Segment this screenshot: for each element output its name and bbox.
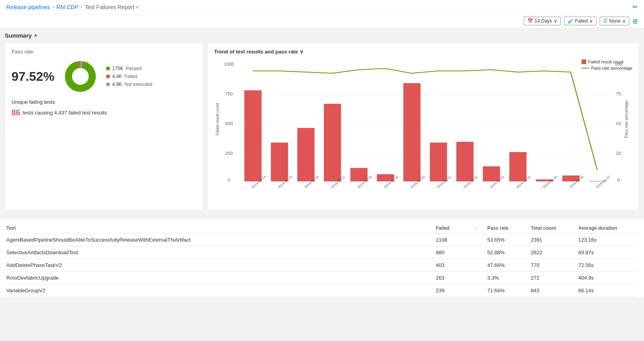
col-failed[interactable]: Failed [436, 225, 475, 231]
col-avg-dur: Average duration [578, 225, 638, 231]
summary-toggle-icon: ∧ [34, 33, 37, 38]
table-row[interactable]: SelectiveArtifactsDownloadTest 980 52.88… [6, 246, 638, 259]
breadcrumb-current-label: Test Failures Report [85, 4, 134, 10]
cell-avg-dur: 66.14s [578, 288, 638, 293]
chart-legend-line-icon [581, 68, 589, 69]
bar-8 [456, 142, 473, 181]
legend-not-executed: 4.9K Not executed [106, 82, 152, 87]
summary-header[interactable]: Summary ∧ [5, 32, 639, 39]
cell-pass-rate: 53.65% [487, 237, 531, 243]
chart-legend: Failed result count Pass rate percentage [581, 59, 633, 70]
summary-section: Summary ∧ Pass rate 97.52% [0, 28, 644, 219]
svg-text:Failed result count: Failed result count [215, 103, 220, 135]
svg-text:2019-05-25: 2019-05-25 [542, 175, 559, 189]
cell-avg-dur: 404.9s [578, 275, 638, 281]
not-exec-label: Not executed [124, 82, 152, 87]
cell-avg-dur: 72.56s [578, 262, 638, 268]
filter-beaker-icon: 🧪 [568, 18, 574, 24]
status-filter-label: Failed [575, 18, 588, 24]
summary-title: Summary [5, 32, 32, 39]
chart-title-chevron[interactable]: ∨ [300, 49, 304, 55]
failed-label: Failed [124, 74, 137, 79]
cell-pass-rate: 71.64% [487, 288, 531, 293]
cell-failed: 239 [436, 288, 475, 293]
failed-value: 4.4K [112, 74, 122, 79]
breadcrumb-dropdown-icon[interactable]: ∨ [136, 5, 139, 9]
failed-dot [106, 74, 110, 78]
svg-text:500: 500 [225, 122, 233, 126]
group-icon: ☰ [603, 18, 608, 24]
days-filter-label: 14 Days [535, 18, 552, 24]
col-pass-rate: Pass rate [487, 225, 531, 231]
col-total: Total count [531, 225, 578, 231]
chart-legend-bar-label: Failed result count [588, 59, 623, 64]
trend-chart-card: Trend of test results and pass rate ∨ Fa… [207, 43, 639, 210]
cell-sort-spacer [475, 288, 487, 293]
svg-text:50: 50 [616, 122, 621, 126]
col-sort-icon: ↓ [475, 225, 487, 231]
status-filter-button[interactable]: 🧪 Failed ∨ [564, 17, 597, 25]
status-filter-chevron: ∨ [589, 18, 593, 24]
unique-failing-title: Unique failing tests [11, 99, 196, 105]
bar-3 [324, 104, 341, 181]
bar-2 [297, 128, 314, 181]
svg-text:Pass rate percentage: Pass rate percentage [623, 101, 629, 138]
top-bar: Release pipelines › RM.CDP › Test Failur… [0, 0, 644, 14]
cell-test: AddDeletePhaseTaskV2 [6, 262, 436, 268]
cell-total: 770 [531, 262, 578, 268]
chart-legend-failed: Failed result count [581, 59, 633, 64]
cell-avg-dur: 69.87s [578, 250, 638, 255]
group-filter-button[interactable]: ☰ None ∨ [600, 17, 629, 25]
unique-failing-count: 86 tests causing 4,437 failed test resul… [11, 108, 196, 117]
svg-text:250: 250 [225, 151, 233, 156]
pass-rate-title: Pass rate [11, 49, 196, 55]
col-test: Test [6, 225, 436, 231]
calendar-icon: 📅 [527, 18, 533, 24]
cell-sort-spacer [475, 237, 487, 243]
edit-icon[interactable]: ✏ [633, 3, 638, 11]
table-row[interactable]: RmoDevfabricUpgrade 263 3.3% 272 404.9s [6, 272, 638, 284]
group-filter-chevron: ∨ [622, 18, 626, 24]
donut-legend: 175K Passed 4.4K Failed 4.9K Not execute… [106, 66, 152, 87]
cell-avg-dur: 123.16s [578, 237, 638, 243]
svg-text:0: 0 [228, 178, 230, 182]
days-filter-chevron: ∨ [554, 18, 557, 24]
unique-failing-card: Unique failing tests 86 tests causing 4,… [11, 99, 196, 117]
legend-passed: 175K Passed [106, 66, 152, 71]
cards-row: Pass rate 97.52% [5, 43, 639, 210]
group-filter-label: None [609, 18, 621, 24]
table-row[interactable]: AddDeletePhaseTaskV2 403 47.66% 770 72.5… [6, 259, 638, 272]
pass-rate-percentage: 97.52% [11, 69, 55, 84]
passed-label: Passed [126, 66, 142, 71]
days-filter-button[interactable]: 📅 14 Days ∨ [524, 17, 561, 25]
cell-total: 272 [531, 275, 578, 281]
not-exec-dot [106, 82, 110, 86]
donut-chart [63, 59, 98, 94]
table-row[interactable]: VariableGroupV2 239 71.64% 843 66.14s [6, 284, 638, 297]
legend-failed: 4.4K Failed [106, 74, 152, 79]
svg-point-3 [72, 68, 89, 85]
cell-pass-rate: 3.3% [487, 275, 531, 281]
cell-total: 2622 [531, 250, 578, 255]
cell-test: VariableGroupV2 [6, 288, 436, 293]
chart-legend-pass-rate: Pass rate percentage [581, 66, 633, 70]
unique-failing-description: tests causing 4,437 failed test results [23, 110, 107, 116]
filter-icon-button[interactable]: ⊞ [633, 17, 638, 25]
chart-title: Trend of test results and pass rate ∨ [214, 49, 633, 55]
cell-sort-spacer [475, 275, 487, 281]
breadcrumb-sep-1: › [53, 4, 54, 10]
svg-text:75: 75 [616, 92, 621, 96]
trend-svg: 1000 750 500 250 0 100 75 50 25 0 Failed… [214, 58, 633, 204]
svg-text:25: 25 [616, 151, 621, 156]
pass-rate-card: Pass rate 97.52% [5, 43, 203, 210]
svg-text:2019-05-27: 2019-05-27 [595, 175, 612, 189]
bar-10 [509, 152, 526, 181]
cell-test: SelectiveArtifactsDownloadTest [6, 250, 436, 255]
filter-bar: 📅 14 Days ∨ 🧪 Failed ∨ ☰ None ∨ ⊞ [0, 14, 644, 28]
table-row[interactable]: AgentBasedPipelineShouldBeAbleToSuccessf… [6, 234, 638, 246]
cell-failed: 1108 [436, 237, 475, 243]
svg-text:1000: 1000 [224, 62, 234, 67]
passed-dot [106, 67, 110, 70]
breadcrumb-release-pipelines[interactable]: Release pipelines [6, 4, 50, 10]
breadcrumb-rm-cdp[interactable]: RM.CDP [57, 4, 78, 10]
